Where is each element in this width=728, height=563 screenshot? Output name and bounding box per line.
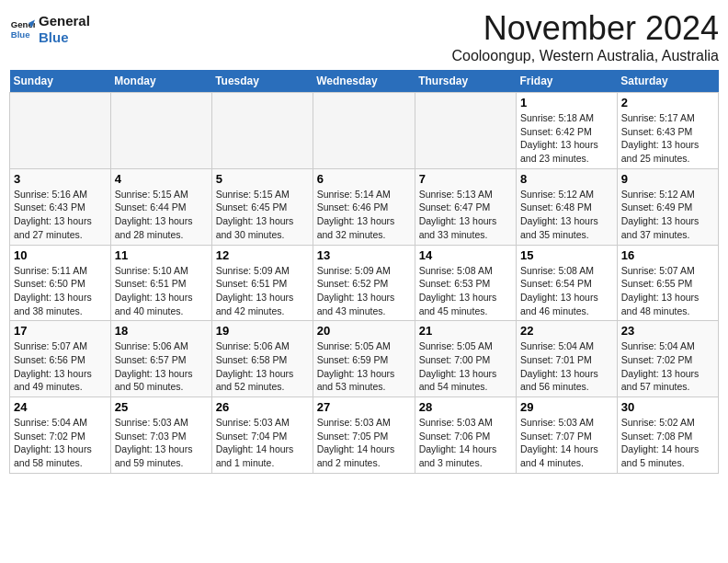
calendar-cell: 6Sunrise: 5:14 AM Sunset: 6:46 PM Daylig… xyxy=(313,168,415,245)
weekday-header: Saturday xyxy=(617,70,718,93)
calendar-header-row: SundayMondayTuesdayWednesdayThursdayFrid… xyxy=(10,70,719,93)
calendar-cell: 2Sunrise: 5:17 AM Sunset: 6:43 PM Daylig… xyxy=(617,93,718,169)
day-info: Sunrise: 5:02 AM Sunset: 7:08 PM Dayligh… xyxy=(621,416,714,470)
calendar-cell: 18Sunrise: 5:06 AM Sunset: 6:57 PM Dayli… xyxy=(110,321,211,397)
header: General Blue General Blue November 2024 … xyxy=(9,9,719,64)
calendar-cell: 27Sunrise: 5:03 AM Sunset: 7:05 PM Dayli… xyxy=(313,397,415,474)
day-number: 1 xyxy=(520,96,613,109)
calendar-cell: 26Sunrise: 5:03 AM Sunset: 7:04 PM Dayli… xyxy=(211,397,313,474)
day-number: 15 xyxy=(520,248,613,262)
day-info: Sunrise: 5:12 AM Sunset: 6:49 PM Dayligh… xyxy=(621,188,714,242)
calendar-cell: 13Sunrise: 5:09 AM Sunset: 6:52 PM Dayli… xyxy=(313,245,415,321)
day-info: Sunrise: 5:17 AM Sunset: 6:43 PM Dayligh… xyxy=(621,111,714,166)
day-info: Sunrise: 5:06 AM Sunset: 6:57 PM Dayligh… xyxy=(115,339,208,394)
calendar-cell xyxy=(415,93,516,169)
calendar-cell: 4Sunrise: 5:15 AM Sunset: 6:44 PM Daylig… xyxy=(110,168,211,245)
day-info: Sunrise: 5:03 AM Sunset: 7:04 PM Dayligh… xyxy=(216,416,309,470)
calendar-cell xyxy=(211,93,313,169)
day-number: 2 xyxy=(621,96,714,109)
calendar-table: SundayMondayTuesdayWednesdayThursdayFrid… xyxy=(9,70,719,474)
title-area: November 2024 Cooloongup, Western Austra… xyxy=(451,9,719,64)
day-info: Sunrise: 5:18 AM Sunset: 6:42 PM Dayligh… xyxy=(520,111,613,166)
day-number: 24 xyxy=(14,400,107,414)
calendar-cell: 28Sunrise: 5:03 AM Sunset: 7:06 PM Dayli… xyxy=(415,397,516,474)
day-info: Sunrise: 5:03 AM Sunset: 7:05 PM Dayligh… xyxy=(317,416,411,470)
calendar-week-row: 1Sunrise: 5:18 AM Sunset: 6:42 PM Daylig… xyxy=(10,93,719,169)
day-number: 29 xyxy=(520,400,613,414)
day-number: 10 xyxy=(14,248,107,262)
calendar-cell: 10Sunrise: 5:11 AM Sunset: 6:50 PM Dayli… xyxy=(10,245,111,321)
day-info: Sunrise: 5:14 AM Sunset: 6:46 PM Dayligh… xyxy=(317,188,411,242)
weekday-header: Tuesday xyxy=(211,70,313,93)
day-info: Sunrise: 5:07 AM Sunset: 6:56 PM Dayligh… xyxy=(14,339,107,394)
calendar-cell xyxy=(110,93,211,169)
calendar-cell: 7Sunrise: 5:13 AM Sunset: 6:47 PM Daylig… xyxy=(415,168,516,245)
day-info: Sunrise: 5:04 AM Sunset: 7:02 PM Dayligh… xyxy=(14,416,107,470)
weekday-header: Sunday xyxy=(10,70,111,93)
calendar-week-row: 3Sunrise: 5:16 AM Sunset: 6:43 PM Daylig… xyxy=(10,168,719,245)
day-number: 25 xyxy=(115,400,208,414)
weekday-header: Monday xyxy=(110,70,211,93)
calendar-cell: 19Sunrise: 5:06 AM Sunset: 6:58 PM Dayli… xyxy=(211,321,313,397)
calendar-cell: 23Sunrise: 5:04 AM Sunset: 7:02 PM Dayli… xyxy=(617,321,718,397)
calendar-cell: 22Sunrise: 5:04 AM Sunset: 7:01 PM Dayli… xyxy=(517,321,618,397)
day-info: Sunrise: 5:06 AM Sunset: 6:58 PM Dayligh… xyxy=(216,339,309,394)
day-number: 12 xyxy=(216,248,309,262)
calendar-cell: 3Sunrise: 5:16 AM Sunset: 6:43 PM Daylig… xyxy=(10,168,111,245)
logo: General Blue General Blue xyxy=(9,13,90,46)
day-info: Sunrise: 5:09 AM Sunset: 6:52 PM Dayligh… xyxy=(317,264,411,318)
calendar-week-row: 24Sunrise: 5:04 AM Sunset: 7:02 PM Dayli… xyxy=(10,397,719,474)
weekday-header: Thursday xyxy=(415,70,516,93)
month-title: November 2024 xyxy=(451,9,719,48)
day-info: Sunrise: 5:10 AM Sunset: 6:51 PM Dayligh… xyxy=(115,264,208,318)
day-number: 26 xyxy=(216,400,309,414)
calendar-cell: 20Sunrise: 5:05 AM Sunset: 6:59 PM Dayli… xyxy=(313,321,415,397)
day-number: 4 xyxy=(115,172,208,186)
day-info: Sunrise: 5:07 AM Sunset: 6:55 PM Dayligh… xyxy=(621,264,714,318)
day-number: 23 xyxy=(621,324,714,338)
day-number: 28 xyxy=(419,400,512,414)
day-info: Sunrise: 5:05 AM Sunset: 7:00 PM Dayligh… xyxy=(419,339,512,394)
day-number: 3 xyxy=(14,172,107,186)
day-number: 30 xyxy=(621,400,714,414)
day-number: 19 xyxy=(216,324,309,338)
day-number: 22 xyxy=(520,324,613,338)
day-info: Sunrise: 5:11 AM Sunset: 6:50 PM Dayligh… xyxy=(14,264,107,318)
day-info: Sunrise: 5:04 AM Sunset: 7:01 PM Dayligh… xyxy=(520,339,613,394)
calendar-cell: 29Sunrise: 5:03 AM Sunset: 7:07 PM Dayli… xyxy=(517,397,618,474)
day-number: 9 xyxy=(621,172,714,186)
day-info: Sunrise: 5:16 AM Sunset: 6:43 PM Dayligh… xyxy=(14,188,107,242)
svg-text:Blue: Blue xyxy=(11,29,30,40)
day-number: 16 xyxy=(621,248,714,262)
calendar-cell: 21Sunrise: 5:05 AM Sunset: 7:00 PM Dayli… xyxy=(415,321,516,397)
day-info: Sunrise: 5:03 AM Sunset: 7:06 PM Dayligh… xyxy=(419,416,512,470)
day-number: 27 xyxy=(317,400,411,414)
day-info: Sunrise: 5:15 AM Sunset: 6:45 PM Dayligh… xyxy=(216,188,309,242)
calendar-cell: 12Sunrise: 5:09 AM Sunset: 6:51 PM Dayli… xyxy=(211,245,313,321)
day-info: Sunrise: 5:15 AM Sunset: 6:44 PM Dayligh… xyxy=(115,188,208,242)
weekday-header: Friday xyxy=(517,70,618,93)
day-info: Sunrise: 5:12 AM Sunset: 6:48 PM Dayligh… xyxy=(520,188,613,242)
logo-icon: General Blue xyxy=(9,17,35,42)
calendar-week-row: 17Sunrise: 5:07 AM Sunset: 6:56 PM Dayli… xyxy=(10,321,719,397)
calendar-cell: 9Sunrise: 5:12 AM Sunset: 6:49 PM Daylig… xyxy=(617,168,718,245)
calendar-cell: 25Sunrise: 5:03 AM Sunset: 7:03 PM Dayli… xyxy=(110,397,211,474)
calendar-body: 1Sunrise: 5:18 AM Sunset: 6:42 PM Daylig… xyxy=(10,93,719,474)
calendar-cell: 1Sunrise: 5:18 AM Sunset: 6:42 PM Daylig… xyxy=(517,93,618,169)
weekday-header: Wednesday xyxy=(313,70,415,93)
day-number: 17 xyxy=(14,324,107,338)
day-number: 13 xyxy=(317,248,411,262)
location-title: Cooloongup, Western Australia, Australia xyxy=(451,48,719,64)
day-number: 20 xyxy=(317,324,411,338)
calendar-cell: 17Sunrise: 5:07 AM Sunset: 6:56 PM Dayli… xyxy=(10,321,111,397)
day-number: 11 xyxy=(115,248,208,262)
day-number: 14 xyxy=(419,248,512,262)
day-info: Sunrise: 5:09 AM Sunset: 6:51 PM Dayligh… xyxy=(216,264,309,318)
day-info: Sunrise: 5:08 AM Sunset: 6:54 PM Dayligh… xyxy=(520,264,613,318)
logo-text: General Blue xyxy=(39,13,90,46)
calendar-cell xyxy=(313,93,415,169)
day-info: Sunrise: 5:03 AM Sunset: 7:03 PM Dayligh… xyxy=(115,416,208,470)
day-number: 5 xyxy=(216,172,309,186)
day-info: Sunrise: 5:13 AM Sunset: 6:47 PM Dayligh… xyxy=(419,188,512,242)
day-number: 8 xyxy=(520,172,613,186)
